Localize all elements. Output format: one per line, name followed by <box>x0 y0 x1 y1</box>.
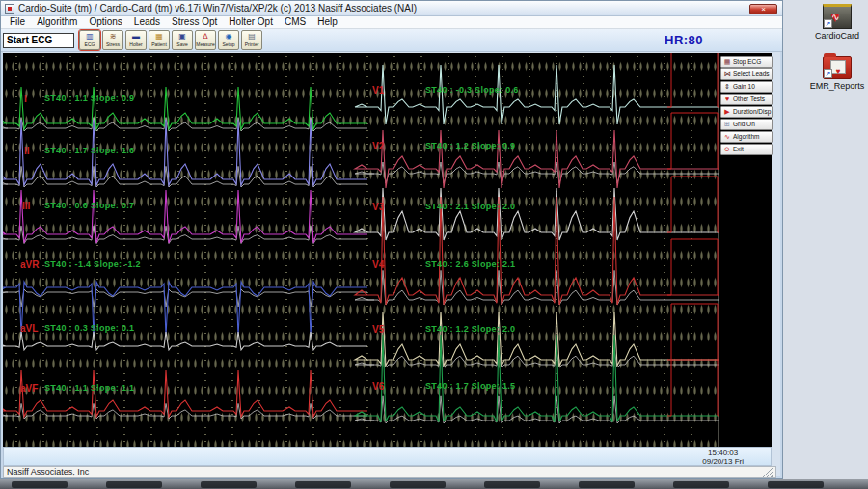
side-button-select-leads[interactable]: ⋈Select Leads <box>720 68 773 80</box>
toolbar-button-patient[interactable]: ▦Patient <box>149 30 170 50</box>
side-button-label: Gain 10 <box>733 83 755 91</box>
toolbar-button-holter[interactable]: ▬Holter <box>125 30 147 50</box>
menu-stress-opt[interactable]: Stress Opt <box>166 16 223 28</box>
lead-label-avr: aVR <box>20 259 39 270</box>
ecg-trace <box>667 239 719 295</box>
toolbar-button-printer[interactable]: ▤Printer <box>241 30 262 50</box>
printer-icon: ▤ <box>242 31 261 41</box>
side-button-algorithm[interactable]: ∿Algorithm <box>720 131 773 143</box>
folder-icon: ♥↗ <box>823 56 852 79</box>
side-button-label: Algorithm <box>733 133 759 141</box>
lead-label-v1: V1 <box>372 85 384 95</box>
toolbar-button-setup[interactable]: ◉Setup <box>218 30 239 50</box>
ecg-trace <box>667 177 719 232</box>
menu-algorithm[interactable]: Algorithm <box>31 16 83 28</box>
st-readout-v4: ST40 : 2.6 Slope: 2.1 <box>425 259 515 269</box>
side-button-stop-ecg[interactable]: ▦Stop ECG <box>720 56 773 68</box>
taskbar-item[interactable] <box>768 481 824 488</box>
grid-on-icon: ⊞ <box>723 120 731 129</box>
close-button[interactable]: × <box>749 4 777 14</box>
menu-file[interactable]: File <box>4 16 31 28</box>
lead-label-v6: V6 <box>372 381 384 392</box>
lead-label-avf: aVF <box>20 383 38 394</box>
ecg-panel: ▦Stop ECG⋈Select Leads⇕Gain 10♥Other Tes… <box>3 53 772 447</box>
clock: 15:40:03 09/20/13 Fri <box>702 448 744 466</box>
desktop-icon-cardiocard[interactable]: ♥∿↗CardioCard <box>806 4 868 41</box>
side-button-label: Other Tests <box>733 95 765 103</box>
ecg-trace <box>355 65 719 124</box>
toolbar-button-stress[interactable]: ≋Stress <box>102 30 123 50</box>
side-button-other-tests[interactable]: ♥Other Tests <box>720 94 773 105</box>
toolbar: Start ECG ▥ECG≋Stress▬Holter▦Patient▣Sav… <box>1 29 782 52</box>
lead-label-v4: V4 <box>372 259 384 270</box>
ecg-trace <box>355 130 719 188</box>
st-readout-v1: ST40 : -0.3 Slope: 0.6 <box>425 85 519 95</box>
taskbar-item[interactable] <box>673 481 729 488</box>
menu-cms[interactable]: CMS <box>279 16 312 28</box>
st-readout-v3: ST40 : 2.1 Slope: 2.0 <box>425 202 515 211</box>
menu-help[interactable]: Help <box>312 16 343 28</box>
taskbar-item[interactable] <box>201 481 257 488</box>
toolbar-button-label: Save <box>173 41 192 47</box>
gain-10-icon: ⇕ <box>723 82 731 92</box>
taskbar-item[interactable] <box>12 481 68 488</box>
toolbar-button-save[interactable]: ▣Save <box>172 30 193 50</box>
ecg-trace <box>667 304 719 360</box>
side-button-duration-disp[interactable]: ▶Duration/Disp <box>720 106 773 118</box>
toolbar-button-label: Holter <box>126 41 146 47</box>
holter-icon: ▬ <box>126 31 146 41</box>
app-window: Cardio-Suite (tm) / Cardio-Card (tm) v6.… <box>0 0 783 479</box>
toolbar-button-label: ECG <box>80 41 99 47</box>
taskbar-item[interactable] <box>295 481 351 488</box>
lead-label-v3: V3 <box>372 202 384 212</box>
heart-glyph: ♥ <box>836 68 841 76</box>
taskbar <box>0 479 868 489</box>
taskbar-item[interactable] <box>484 481 540 488</box>
st-readout-ii: ST40 : 1.7 Slope: 1.6 <box>44 146 134 155</box>
menu-leads[interactable]: Leads <box>128 16 166 28</box>
menu-bar: FileAlgorithmOptionsLeadsStress OptHolte… <box>1 16 782 29</box>
cardiocard-icon: ♥∿↗ <box>823 4 852 29</box>
toolbar-button-label: Printer <box>242 41 261 47</box>
lead-label-ii: II <box>24 146 30 156</box>
ecg-icon: ▥ <box>80 31 99 41</box>
side-button-label: Select Leads <box>733 70 770 78</box>
clock-date: 09/20/13 Fri <box>702 457 744 466</box>
toolbar-button-measure[interactable]: ∆Measure <box>195 30 216 50</box>
start-ecg-button[interactable]: Start ECG <box>3 33 74 48</box>
taskbar-item[interactable] <box>579 481 635 488</box>
side-button-exit[interactable]: ⊙Exit <box>720 144 773 155</box>
duration-disp-icon: ▶ <box>723 107 731 117</box>
ecg-trace <box>355 162 719 183</box>
ecg-trace <box>355 197 719 305</box>
stop-ecg-icon: ▦ <box>723 57 731 67</box>
toolbar-button-ecg[interactable]: ▥ECG <box>79 30 100 50</box>
st-readout-v6: ST40 : 1.7 Slope: 1.5 <box>425 381 515 391</box>
side-button-label: Exit <box>733 146 744 153</box>
ecg-trace <box>355 350 719 367</box>
taskbar-item[interactable] <box>390 481 446 488</box>
lead-label-v5: V5 <box>372 324 384 335</box>
menu-options[interactable]: Options <box>83 16 127 28</box>
st-readout-avl: ST40 : 0.3 Slope: 0.1 <box>44 323 134 333</box>
desktop-icon-label: CardioCard <box>806 31 868 41</box>
window-title: Cardio-Suite (tm) / Cardio-Card (tm) v6.… <box>18 3 417 14</box>
side-button-grid-on[interactable]: ⊞Grid On <box>720 119 773 130</box>
st-readout-avr: ST40 : -1.4 Slope: -1.2 <box>44 259 141 269</box>
st-readout-v5: ST40 : 1.2 Slope: 2.0 <box>425 324 515 334</box>
document-glyph: ♥ <box>830 60 846 74</box>
taskbar-item[interactable] <box>106 481 162 488</box>
menu-holter-opt[interactable]: Holter Opt <box>223 16 279 28</box>
side-button-gain-10[interactable]: ⇕Gain 10 <box>720 81 773 93</box>
ecg-trace <box>667 113 719 169</box>
toolbar-button-label: Setup <box>219 41 238 47</box>
screen: { "window": { "title": "Cardio-Suite (tm… <box>0 0 868 489</box>
ecg-trace <box>355 188 719 240</box>
lead-label-avl: aVL <box>20 323 38 334</box>
lead-label-v2: V2 <box>372 141 384 151</box>
desktop-icon-emr-reports[interactable]: ♥↗EMR_Reports <box>806 54 868 91</box>
shortcut-arrow-icon: ↗ <box>824 69 832 78</box>
status-bar: Nasiff Associates, Inc <box>3 466 776 478</box>
title-bar[interactable]: Cardio-Suite (tm) / Cardio-Card (tm) v6.… <box>1 1 782 16</box>
st-readout-avf: ST40 : 1.1 Slope: 1.1 <box>44 383 134 393</box>
